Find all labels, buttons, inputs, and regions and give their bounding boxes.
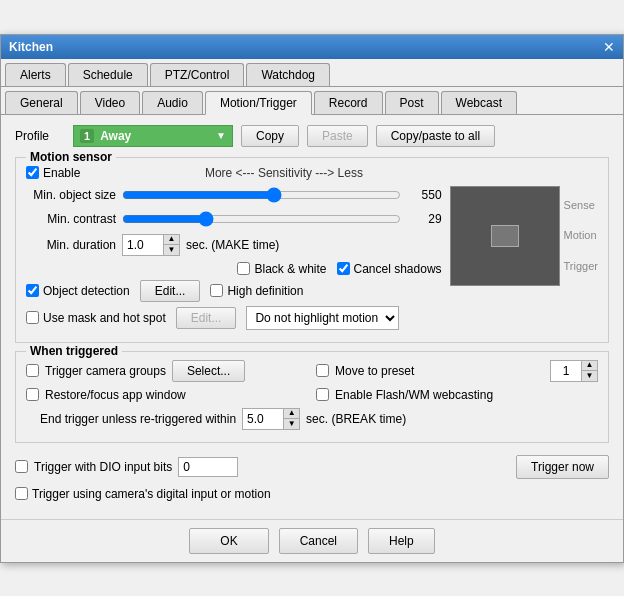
high-definition-checkbox[interactable] <box>210 284 223 297</box>
preset-spinner-btns: ▲ ▼ <box>581 361 597 381</box>
min-object-row: Min. object size 550 <box>26 186 442 204</box>
ok-button[interactable]: OK <box>189 528 268 554</box>
tab-video[interactable]: Video <box>80 91 140 114</box>
sense-label: Sense <box>564 199 598 211</box>
profile-dropdown[interactable]: 1 Away ▼ <box>73 125 233 147</box>
preview-labels: Sense Motion Trigger <box>564 186 598 286</box>
flash-right: Enable Flash/WM webcasting <box>316 388 598 402</box>
motion-highlight-dropdown[interactable]: Do not highlight motion <box>246 306 399 330</box>
end-trigger-down-button[interactable]: ▼ <box>283 419 299 429</box>
min-contrast-value: 29 <box>407 212 442 226</box>
tab-webcast[interactable]: Webcast <box>441 91 517 114</box>
preset-up-button[interactable]: ▲ <box>581 361 597 371</box>
tab-post[interactable]: Post <box>385 91 439 114</box>
preset-value-input[interactable] <box>551 362 581 380</box>
trigger-camera-groups-checkbox[interactable] <box>26 364 39 377</box>
close-button[interactable]: ✕ <box>603 39 615 55</box>
bw-cancel-row: Black & white Cancel shadows <box>26 262 442 276</box>
obj-detect-cb-row: Object detection <box>26 284 130 298</box>
min-object-value: 550 <box>407 188 442 202</box>
black-white-label: Black & white <box>254 262 326 276</box>
window-title: Kitchen <box>9 40 53 54</box>
enable-checkbox-row: Enable <box>26 166 80 180</box>
restore-flash-row: Restore/focus app window Enable Flash/WM… <box>26 388 598 402</box>
mask-edit-button[interactable]: Edit... <box>176 307 237 329</box>
enable-flash-checkbox[interactable] <box>316 388 329 401</box>
min-object-slider[interactable] <box>122 186 401 204</box>
tab-record[interactable]: Record <box>314 91 383 114</box>
select-button[interactable]: Select... <box>172 360 245 382</box>
help-button[interactable]: Help <box>368 528 435 554</box>
black-white-checkbox[interactable] <box>237 262 250 275</box>
end-trigger-spinner-btns: ▲ ▼ <box>283 409 299 429</box>
trigger-digital-checkbox[interactable] <box>15 487 28 500</box>
tab-general[interactable]: General <box>5 91 78 114</box>
tab-row-2: General Video Audio Motion/Trigger Recor… <box>1 87 623 115</box>
spinner-up-button[interactable]: ▲ <box>163 235 179 245</box>
bw-checkbox-row: Black & white <box>237 262 326 276</box>
end-trigger-prefix: End trigger unless re-triggered within <box>40 412 236 426</box>
motion-preview <box>450 186 560 286</box>
tab-motion-trigger[interactable]: Motion/Trigger <box>205 91 312 115</box>
trigger-dio-checkbox[interactable] <box>15 460 28 473</box>
dio-input-row: Trigger with DIO input bits <box>15 457 238 477</box>
content-area: Profile 1 Away ▼ Copy Paste Copy/paste t… <box>1 115 623 519</box>
paste-button[interactable]: Paste <box>307 125 368 147</box>
profile-row: Profile 1 Away ▼ Copy Paste Copy/paste t… <box>15 125 609 147</box>
mask-hotspot-checkbox[interactable] <box>26 311 39 324</box>
restore-focus-label: Restore/focus app window <box>45 388 186 402</box>
trigger-groups-row: Trigger camera groups Select... Move to … <box>26 360 598 382</box>
move-to-preset-label: Move to preset <box>335 364 414 378</box>
high-def-cb-row: High definition <box>210 284 303 298</box>
cancel-shadows-checkbox[interactable] <box>337 262 350 275</box>
min-duration-label: Min. duration <box>26 238 116 252</box>
dio-section: Trigger with DIO input bits Trigger now … <box>15 451 609 501</box>
min-duration-input[interactable] <box>123 236 163 254</box>
cancel-button[interactable]: Cancel <box>279 528 358 554</box>
end-trigger-up-button[interactable]: ▲ <box>283 409 299 419</box>
sensitivity-label: More <--- Sensitivity ---> Less <box>126 166 441 180</box>
enable-checkbox[interactable] <box>26 166 39 179</box>
when-triggered-title: When triggered <box>26 344 122 358</box>
spinner-down-button[interactable]: ▼ <box>163 245 179 255</box>
object-detection-checkbox[interactable] <box>26 284 39 297</box>
dio-value-input[interactable] <box>178 457 238 477</box>
copy-paste-all-button[interactable]: Copy/paste to all <box>376 125 495 147</box>
min-contrast-slider[interactable] <box>122 210 401 228</box>
end-trigger-input[interactable] <box>243 410 283 428</box>
motion-label: Motion <box>564 229 598 241</box>
tab-alerts[interactable]: Alerts <box>5 63 66 86</box>
preview-inner-box <box>491 225 519 247</box>
cancel-shadows-label: Cancel shadows <box>354 262 442 276</box>
preset-down-button[interactable]: ▼ <box>581 371 597 381</box>
tab-schedule[interactable]: Schedule <box>68 63 148 86</box>
restore-left: Restore/focus app window <box>26 388 308 402</box>
tab-audio[interactable]: Audio <box>142 91 203 114</box>
trigger-digital-label: Trigger using camera's digital input or … <box>32 487 271 501</box>
tab-watchdog[interactable]: Watchdog <box>246 63 330 86</box>
trigger-now-button[interactable]: Trigger now <box>516 455 609 479</box>
spinner-buttons: ▲ ▼ <box>163 235 179 255</box>
trigger-left: Trigger camera groups Select... <box>26 360 308 382</box>
trigger-camera-groups-label: Trigger camera groups <box>45 364 166 378</box>
enable-row: Enable More <--- Sensitivity ---> Less <box>26 166 442 180</box>
min-object-label: Min. object size <box>26 188 116 202</box>
preview-container: Sense Motion Trigger <box>450 186 598 334</box>
profile-name: Away <box>100 129 131 143</box>
mask-row: Use mask and hot spot Edit... Do not hig… <box>26 306 442 330</box>
end-trigger-suffix: sec. (BREAK time) <box>306 412 406 426</box>
tab-row-1: Alerts Schedule PTZ/Control Watchdog <box>1 59 623 87</box>
profile-label: Profile <box>15 129 65 143</box>
object-detection-label: Object detection <box>43 284 130 298</box>
restore-focus-checkbox[interactable] <box>26 388 39 401</box>
bottom-buttons: OK Cancel Help <box>1 519 623 562</box>
move-to-preset-checkbox[interactable] <box>316 364 329 377</box>
copy-button[interactable]: Copy <box>241 125 299 147</box>
enable-label: Enable <box>43 166 80 180</box>
trigger-dio-label: Trigger with DIO input bits <box>34 460 172 474</box>
title-bar: Kitchen ✕ <box>1 35 623 59</box>
main-window: Kitchen ✕ Alerts Schedule PTZ/Control Wa… <box>0 34 624 563</box>
min-duration-spinner: ▲ ▼ <box>122 234 180 256</box>
tab-ptz-control[interactable]: PTZ/Control <box>150 63 245 86</box>
object-edit-button[interactable]: Edit... <box>140 280 201 302</box>
